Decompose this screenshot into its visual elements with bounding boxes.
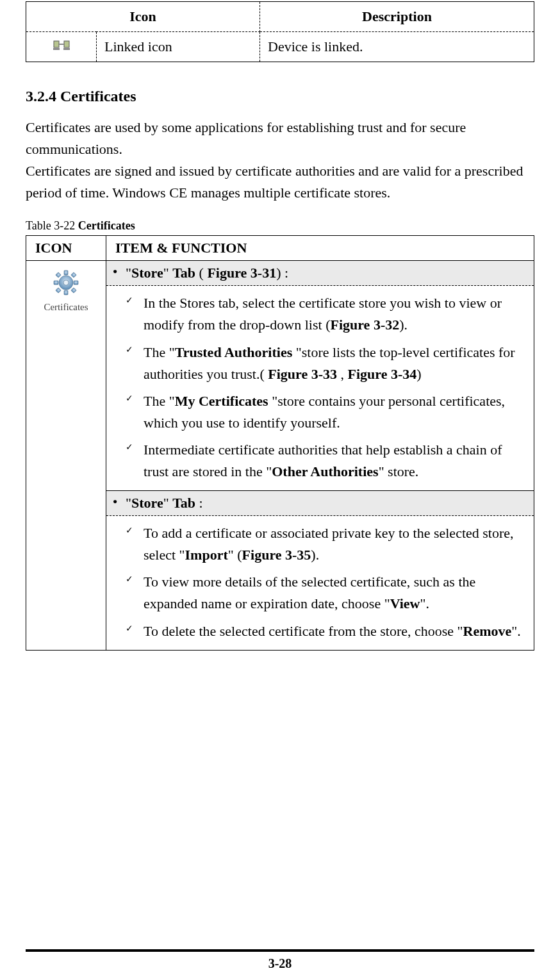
figure-ref: Figure 3-32 xyxy=(330,317,399,333)
table1-header-description: Description xyxy=(260,2,534,32)
figure-ref: Figure 3-31 xyxy=(207,265,276,281)
section-heading: 3.2.4 Certificates xyxy=(26,88,534,105)
icon-description-table: Icon Description Linked icon Device is l… xyxy=(26,1,534,62)
bold-text: My Certificates xyxy=(175,393,272,409)
table-row: ICON ITEM & FUNCTION xyxy=(26,236,534,261)
bold-text: Tab xyxy=(172,495,195,511)
certificates-table: ICON ITEM & FUNCTION xyxy=(26,235,534,650)
bold-text: Trusted Authorities xyxy=(175,344,296,360)
check-list: To add a certificate or associated priva… xyxy=(106,516,534,649)
tab-section: "Store" Tab : To add a certificate or as… xyxy=(106,490,534,649)
linked-icon-cell xyxy=(26,32,97,62)
table1-header-icon: Icon xyxy=(26,2,260,32)
svg-rect-12 xyxy=(56,288,61,293)
tab-header-row: "Store" Tab ( Figure 3-31) : xyxy=(106,261,534,286)
svg-rect-7 xyxy=(64,290,68,295)
table1-description: Device is linked. xyxy=(260,32,534,62)
list-item: To view more details of the selected cer… xyxy=(126,569,529,617)
list-item: The "Trusted Authorities "store lists th… xyxy=(126,339,529,388)
bold-text: Store xyxy=(131,265,163,281)
svg-rect-11 xyxy=(71,272,76,278)
list-item: In the Stores tab, select the certificat… xyxy=(126,290,529,338)
table-caption: Table 3-22 Certificates xyxy=(26,219,534,233)
table-row: Linked icon Device is linked. xyxy=(26,32,534,62)
svg-rect-13 xyxy=(71,288,76,293)
body-paragraph-2: Certificates are signed and issued by ce… xyxy=(26,160,534,204)
table2-header-icon: ICON xyxy=(26,236,106,261)
svg-rect-3 xyxy=(53,48,60,50)
list-item: To delete the selected certificate from … xyxy=(126,618,529,645)
svg-rect-4 xyxy=(63,48,70,50)
svg-rect-0 xyxy=(54,41,59,47)
bold-text: Other Authorities xyxy=(272,463,378,479)
svg-rect-9 xyxy=(74,281,78,285)
list-item: Intermediate certificate authorities tha… xyxy=(126,436,529,485)
svg-point-14 xyxy=(63,280,69,285)
bold-text: Tab xyxy=(172,265,195,281)
body-paragraph-1: Certificates are used by some applicatio… xyxy=(26,117,534,160)
certificates-icon-label: Certificates xyxy=(26,302,106,313)
list-item: The "My Certificates "store contains you… xyxy=(126,388,529,436)
footer-rule xyxy=(26,949,534,952)
bold-text: Remove xyxy=(463,623,512,639)
linked-icon xyxy=(53,40,70,51)
check-list: In the Stores tab, select the certificat… xyxy=(106,286,534,490)
function-cell: "Store" Tab ( Figure 3-31) : In the Stor… xyxy=(106,261,534,650)
svg-rect-1 xyxy=(64,41,69,47)
gear-icon xyxy=(52,269,80,297)
figure-ref: Figure 3-34 xyxy=(348,366,417,382)
table1-name: Linked icon xyxy=(97,32,260,62)
table2-header-function: ITEM & FUNCTION xyxy=(106,236,534,261)
svg-rect-6 xyxy=(64,270,68,275)
figure-ref: Figure 3-35 xyxy=(242,547,311,563)
bold-text: View xyxy=(390,595,420,611)
svg-rect-10 xyxy=(56,272,61,278)
page-number: 3-28 xyxy=(0,956,560,971)
figure-ref: Figure 3-33 xyxy=(268,366,337,382)
certificates-icon-cell: Certificates xyxy=(26,261,106,650)
tab-section: "Store" Tab ( Figure 3-31) : In the Stor… xyxy=(106,261,534,490)
caption-title: Certificates xyxy=(78,219,135,232)
tab-header-row: "Store" Tab : xyxy=(106,491,534,516)
bold-text: Import xyxy=(185,547,228,563)
bold-text: Store xyxy=(131,495,163,511)
list-item: To add a certificate or associated priva… xyxy=(126,520,529,569)
table-row: Certificates "Store" Tab ( Figure 3-31) … xyxy=(26,261,534,650)
svg-rect-8 xyxy=(54,281,58,285)
caption-prefix: Table 3-22 xyxy=(26,219,78,232)
